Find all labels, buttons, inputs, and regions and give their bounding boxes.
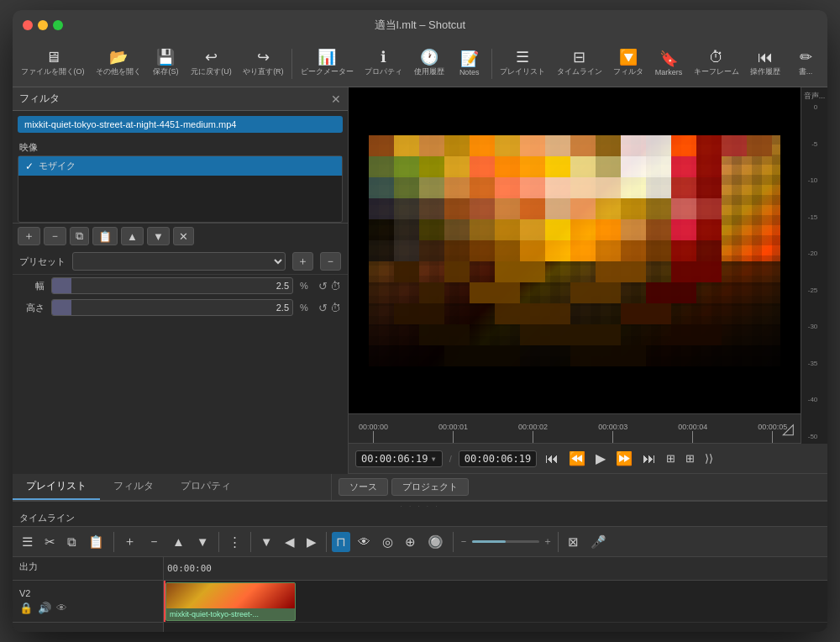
svg-rect-84 bbox=[646, 240, 671, 261]
tl-overwrite-btn[interactable]: ▼ bbox=[192, 532, 213, 551]
tl-snap-btn[interactable]: ⊓ bbox=[332, 532, 350, 552]
toolbar-edit[interactable]: ✏ 書... bbox=[787, 46, 824, 81]
svg-rect-73 bbox=[369, 240, 394, 261]
peak-meter-icon: 📊 bbox=[318, 50, 336, 65]
tl-marker-btn[interactable]: ▼ bbox=[256, 532, 277, 551]
tl-loop-btn[interactable]: ◎ bbox=[378, 532, 397, 552]
svg-rect-10 bbox=[596, 135, 621, 156]
tl-split-btn[interactable]: ⋮ bbox=[224, 532, 245, 552]
filter-list: ✓ モザイク bbox=[18, 155, 343, 223]
filter-close-btn[interactable]: ✕ bbox=[173, 227, 194, 245]
tl-scrub-btn[interactable]: 🎤 bbox=[586, 532, 611, 552]
svg-rect-24 bbox=[545, 156, 570, 177]
timeline-icon: ⊟ bbox=[573, 50, 585, 65]
toolbar-history[interactable]: 🕐 使用履歴 bbox=[409, 46, 449, 81]
toolbar-op-history[interactable]: ⏮ 操作履歴 bbox=[745, 46, 785, 81]
preset-add-btn[interactable]: ＋ bbox=[292, 252, 313, 271]
zoom-slider[interactable] bbox=[472, 540, 539, 543]
param-width-label: 幅 bbox=[19, 280, 45, 292]
close-button[interactable] bbox=[23, 20, 33, 30]
transport-fullscreen[interactable]: ⊞ bbox=[664, 450, 677, 466]
toolbar-open-other[interactable]: 📂 その他を開く bbox=[91, 46, 145, 81]
tl-remove-btn[interactable]: － bbox=[144, 531, 165, 552]
toolbar-open-file[interactable]: 🖥 ファイルを開く(O) bbox=[16, 46, 89, 81]
tab-playlist[interactable]: プレイリスト bbox=[13, 474, 100, 500]
source-tab-project[interactable]: プロジェクト bbox=[391, 478, 469, 496]
param-width-fill bbox=[52, 278, 71, 293]
filter-move-down-btn[interactable]: ▼ bbox=[147, 227, 170, 245]
svg-rect-61 bbox=[419, 219, 444, 240]
transport-play[interactable]: ▶ bbox=[594, 449, 607, 468]
track-headers: 出力 V2 🔒 🔊 👁 bbox=[13, 557, 164, 632]
svg-rect-53 bbox=[570, 198, 596, 219]
toolbar-filter[interactable]: 🔽 フィルタ bbox=[608, 46, 648, 81]
output-track-label: 出力 bbox=[19, 560, 156, 573]
transport-skip-start[interactable]: ⏮ bbox=[543, 450, 560, 468]
keyframe-label: キーフレーム bbox=[694, 66, 739, 77]
toolbar-notes[interactable]: 📝 Notes bbox=[451, 48, 488, 80]
tl-add-btn[interactable]: ＋ bbox=[119, 531, 140, 552]
param-height-fill bbox=[52, 300, 71, 315]
timecode-dropdown[interactable]: ▾ bbox=[430, 453, 436, 465]
param-width-keyframe[interactable]: ⏱ bbox=[330, 280, 341, 292]
toolbar-save[interactable]: 💾 保存(S) bbox=[147, 46, 184, 81]
tab-properties[interactable]: プロパティ bbox=[167, 474, 244, 500]
main-toolbar: 🖥 ファイルを開く(O) 📂 その他を開く 💾 保存(S) ↩ 元に戻す(U) … bbox=[13, 40, 827, 87]
filter-add-btn[interactable]: ＋ bbox=[18, 227, 40, 245]
toolbar-timeline[interactable]: ⊟ タイムライン bbox=[552, 46, 606, 81]
level-tick-25: -25 bbox=[808, 287, 822, 294]
tl-zoom-out-btn[interactable]: ⊕ bbox=[401, 532, 420, 552]
minimize-button[interactable] bbox=[38, 20, 48, 30]
tl-prev-btn[interactable]: ◀ bbox=[281, 532, 299, 552]
filter-list-item[interactable]: ✓ モザイク bbox=[18, 156, 342, 176]
toolbar-playlist[interactable]: ☰ プレイリスト bbox=[496, 46, 550, 81]
playhead-marker[interactable]: ◿ bbox=[782, 419, 794, 438]
level-scale: 0 -5 -10 -15 -20 -25 -30 -35 -40 -50 bbox=[808, 103, 822, 444]
tl-paste-btn[interactable]: 📋 bbox=[84, 532, 108, 552]
source-tab-source[interactable]: ソース bbox=[339, 478, 388, 496]
tl-copy-btn[interactable]: ⧉ bbox=[63, 532, 81, 552]
preset-select[interactable] bbox=[72, 252, 286, 271]
filter-remove-btn[interactable]: － bbox=[44, 227, 66, 245]
track-visible-btn[interactable]: 👁 bbox=[56, 602, 67, 614]
filter-panel-close[interactable]: ✕ bbox=[331, 92, 341, 106]
track-lock-btn[interactable]: 🔒 bbox=[19, 602, 33, 614]
tl-ripple-btn[interactable]: 👁 bbox=[354, 532, 375, 551]
tl-next-btn[interactable]: ▶ bbox=[302, 532, 321, 552]
video-clip[interactable]: mixkit-quiet-tokyo-street-... bbox=[165, 582, 296, 621]
toolbar-undo[interactable]: ↩ 元に戻す(U) bbox=[186, 46, 236, 81]
tl-menu-btn[interactable]: ☰ bbox=[18, 532, 37, 552]
filter-paste-btn[interactable]: 📋 bbox=[92, 227, 118, 245]
tl-zoom-ripple-btn[interactable]: 🔘 bbox=[423, 532, 448, 552]
toolbar-redo[interactable]: ↪ やり直す(R) bbox=[238, 46, 288, 81]
svg-rect-103 bbox=[419, 324, 470, 345]
transport-fast-forward[interactable]: ⏩ bbox=[614, 449, 634, 468]
transport-grid[interactable]: ⊞ bbox=[684, 450, 696, 466]
toolbar-peak-meter[interactable]: 📊 ピークメーター bbox=[296, 46, 358, 81]
svg-rect-104 bbox=[520, 324, 621, 345]
transport-rewind[interactable]: ⏪ bbox=[567, 449, 587, 468]
maximize-button[interactable] bbox=[53, 20, 63, 30]
param-width-slider[interactable]: 2.5 bbox=[51, 277, 293, 294]
transport-skip-end[interactable]: ⏭ bbox=[641, 450, 658, 468]
svg-rect-23 bbox=[520, 156, 545, 177]
toolbar-keyframe[interactable]: ⏱ キーフレーム bbox=[689, 46, 743, 81]
tl-lift-btn[interactable]: ▲ bbox=[168, 532, 189, 551]
svg-rect-31 bbox=[369, 177, 394, 198]
track-mute-btn[interactable]: 🔊 bbox=[38, 602, 51, 614]
preset-remove-btn[interactable]: － bbox=[320, 252, 341, 271]
toolbar-properties[interactable]: ℹ プロパティ bbox=[360, 46, 407, 81]
param-height-keyframe[interactable]: ⏱ bbox=[330, 302, 341, 314]
param-height-slider[interactable]: 2.5 bbox=[51, 299, 293, 316]
param-width-reset[interactable]: ↺ bbox=[318, 280, 328, 292]
track-time-row: 00:00:00 bbox=[164, 557, 827, 581]
tab-filter[interactable]: フィルタ bbox=[100, 474, 167, 500]
tl-cut-btn[interactable]: ✂ bbox=[40, 532, 60, 552]
resize-handle[interactable]: · · · · · bbox=[13, 502, 827, 510]
transport-more[interactable]: ⟩⟩ bbox=[703, 450, 715, 466]
filter-move-up-btn[interactable]: ▲ bbox=[121, 227, 144, 245]
filter-copy-btn[interactable]: ⧉ bbox=[70, 227, 89, 245]
tl-zoom-fit-btn[interactable]: ⊠ bbox=[564, 532, 583, 552]
toolbar-markers[interactable]: 🔖 Markers bbox=[650, 48, 687, 80]
param-height-reset[interactable]: ↺ bbox=[318, 302, 328, 314]
